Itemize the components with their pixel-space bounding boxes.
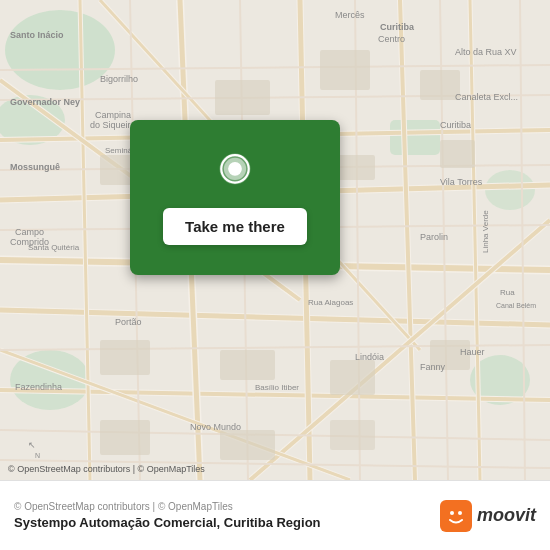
svg-text:Centro: Centro [378,34,405,44]
map-container: Santo Inácio Governador Ney Mossunguê Bi… [0,0,550,480]
svg-point-1 [5,10,115,90]
svg-text:Bigorrilho: Bigorrilho [100,74,138,84]
svg-text:↖: ↖ [28,440,36,450]
svg-point-94 [228,162,242,176]
svg-text:Novo Mundo: Novo Mundo [190,422,241,432]
svg-text:Governador Ney: Governador Ney [10,97,80,107]
svg-point-97 [450,511,454,515]
osm-attribution: © OpenStreetMap contributors | © OpenMap… [14,501,321,512]
svg-text:Parolin: Parolin [420,232,448,242]
place-name: Systempo Automação Comercial, Curitiba R… [14,515,321,530]
svg-rect-53 [100,340,150,375]
svg-text:Curitiba: Curitiba [380,22,415,32]
svg-text:Fanny: Fanny [420,362,446,372]
svg-text:Canal Belém: Canal Belém [496,302,536,309]
svg-rect-50 [420,70,460,100]
svg-text:Hauer: Hauer [460,347,485,357]
svg-rect-48 [215,80,270,115]
svg-rect-58 [220,430,275,460]
svg-rect-52 [440,140,475,168]
svg-rect-59 [330,420,375,450]
svg-text:Lindóia: Lindóia [355,352,384,362]
svg-text:Mossunguê: Mossunguê [10,162,60,172]
svg-text:Campina: Campina [95,110,131,120]
svg-text:Portão: Portão [115,317,142,327]
svg-text:Canaleta Excl...: Canaleta Excl... [455,92,518,102]
svg-text:Campo: Campo [15,227,44,237]
svg-text:Fazendinha: Fazendinha [15,382,62,392]
map-attribution: © OpenStreetMap contributors | © OpenMap… [8,464,205,474]
action-card: Take me there [130,120,340,275]
svg-rect-57 [100,420,150,455]
svg-text:Rua Alagoas: Rua Alagoas [308,298,353,307]
svg-text:Alto da Rua XV: Alto da Rua XV [455,47,517,57]
svg-text:Curitiba: Curitiba [440,120,471,130]
svg-rect-49 [320,50,370,90]
bottom-bar-info: © OpenStreetMap contributors | © OpenMap… [14,501,321,530]
svg-rect-55 [330,360,375,395]
svg-text:do Siqueira: do Siqueira [90,120,136,130]
svg-text:N: N [35,452,40,459]
svg-rect-54 [220,350,275,380]
svg-text:Basílio Itiber: Basílio Itiber [255,383,299,392]
svg-text:Linha Verde: Linha Verde [481,210,490,253]
take-me-there-button[interactable]: Take me there [163,208,307,245]
moovit-text: moovit [477,505,536,526]
svg-text:Santo Inácio: Santo Inácio [10,30,64,40]
svg-text:Mercês: Mercês [335,10,365,20]
svg-text:Rua: Rua [500,288,515,297]
svg-text:Vila Torres: Vila Torres [440,177,483,187]
svg-text:Santa Quitéria: Santa Quitéria [28,243,80,252]
svg-rect-96 [442,502,470,530]
moovit-icon [440,500,472,532]
svg-rect-5 [390,120,440,155]
svg-point-98 [458,511,462,515]
bottom-bar: © OpenStreetMap contributors | © OpenMap… [0,480,550,550]
location-pin-icon [211,150,259,198]
moovit-logo: moovit [440,500,536,532]
